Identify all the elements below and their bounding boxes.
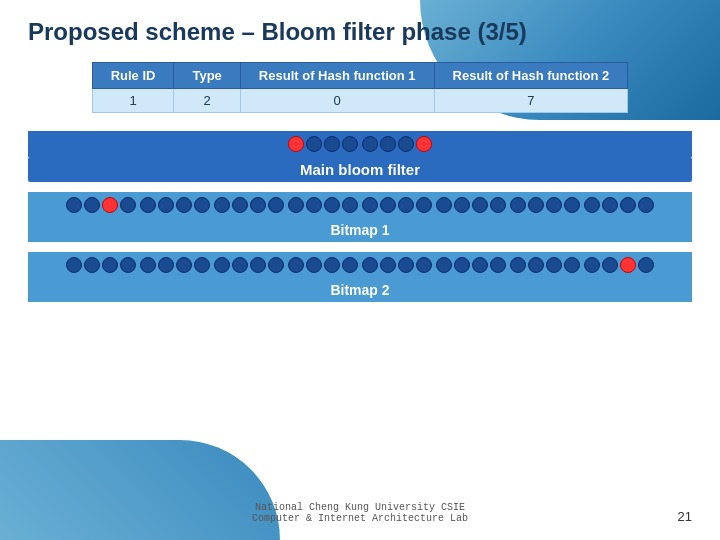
bit [158,257,174,273]
bit [306,257,322,273]
bit-group-7 [584,197,654,213]
bit [232,197,248,213]
bit [416,257,432,273]
main-filter-label: Main bloom filter [28,157,692,182]
bit [306,197,322,213]
bit-group-2 [214,197,284,213]
bit [546,257,562,273]
bit [546,197,562,213]
bit [84,197,100,213]
bit [472,257,488,273]
bitmap1-label: Bitmap 1 [28,218,692,242]
footer-text: National Cheng Kung University CSIE Comp… [252,502,468,524]
bit [250,197,266,213]
bit [490,197,506,213]
col-header-hash2: Result of Hash function 2 [434,63,628,89]
bit [454,257,470,273]
bit [362,136,378,152]
bit [324,136,340,152]
bit-group-4 [362,197,432,213]
bit [620,197,636,213]
bit [510,197,526,213]
bg-decoration-bottom [0,440,280,540]
page-title: Proposed scheme – Bloom filter phase (3/… [28,18,692,46]
bit-group-6 [510,197,580,213]
bit [454,197,470,213]
bit [342,257,358,273]
bit [342,136,358,152]
bit [194,197,210,213]
bit [158,197,174,213]
bitmap2-bits-row [28,252,692,278]
bit [564,197,580,213]
bitmap1-bits-row [28,192,692,218]
bit-group-6 [510,257,580,273]
bit [472,197,488,213]
bit-group-0 [66,257,136,273]
bit [638,257,654,273]
bit-group-5 [436,197,506,213]
bit [306,136,322,152]
table-row: 1 2 0 7 [92,89,628,113]
bitmap2-section: Bitmap 2 [28,252,692,302]
bit [268,257,284,273]
bit [250,257,266,273]
cell-ruleid: 1 [92,89,174,113]
bitmap2-label: Bitmap 2 [28,278,692,302]
bit-group-1 [140,197,210,213]
main-filter-bits-row [28,131,692,157]
bit [638,197,654,213]
bit-group-5 [436,257,506,273]
bit [232,257,248,273]
bit [584,257,600,273]
bit-group-1 [140,257,210,273]
bit [398,257,414,273]
page-number: 21 [678,509,692,524]
bit [436,257,452,273]
bit-group-1 [362,136,432,152]
bit [490,257,506,273]
bit [602,197,618,213]
bit [176,197,192,213]
main-bloom-filter: Main bloom filter [28,131,692,182]
bit-group-0 [288,136,358,152]
col-header-hash1: Result of Hash function 1 [240,63,434,89]
bit [416,136,432,152]
bit [214,197,230,213]
bit [324,257,340,273]
bit [620,257,636,273]
bit [120,257,136,273]
bit-group-0 [66,197,136,213]
bit [510,257,526,273]
bit [288,197,304,213]
bit-group-4 [362,257,432,273]
bit [380,197,396,213]
bit [102,197,118,213]
col-header-type: Type [174,63,240,89]
bit [564,257,580,273]
bitmap1-section: Bitmap 1 [28,192,692,242]
bit [584,197,600,213]
bit [140,257,156,273]
bit [324,197,340,213]
bit [288,257,304,273]
bit [120,197,136,213]
bit-group-3 [288,257,358,273]
bit-group-3 [288,197,358,213]
bit [380,257,396,273]
bit [102,257,118,273]
bit [528,197,544,213]
bit [416,197,432,213]
bit [398,136,414,152]
bit [84,257,100,273]
bit [362,257,378,273]
bit-group-2 [214,257,284,273]
bit [602,257,618,273]
rule-table: Rule ID Type Result of Hash function 1 R… [92,62,629,113]
bit [66,257,82,273]
bit [398,197,414,213]
cell-hash2: 7 [434,89,628,113]
bit [380,136,396,152]
bit [268,197,284,213]
bit [342,197,358,213]
